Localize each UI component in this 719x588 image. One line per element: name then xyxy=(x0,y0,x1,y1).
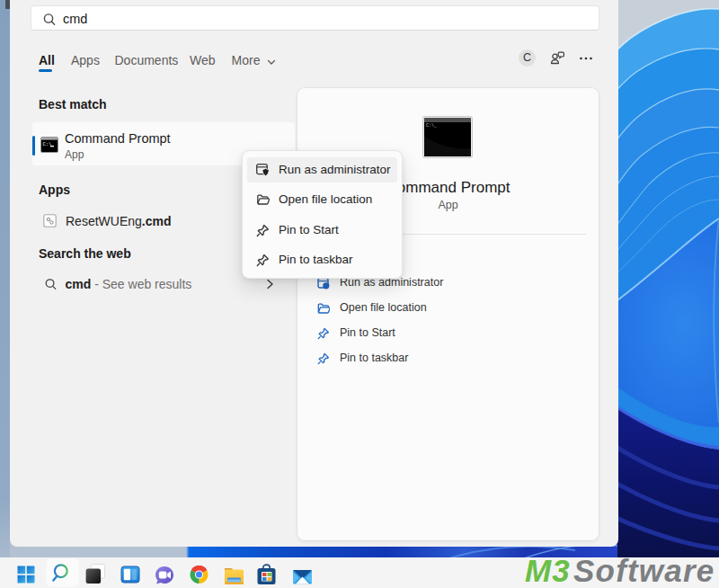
svg-text:C:\_: C:\_ xyxy=(426,123,438,129)
svg-text:C:\: C:\ xyxy=(42,140,51,147)
